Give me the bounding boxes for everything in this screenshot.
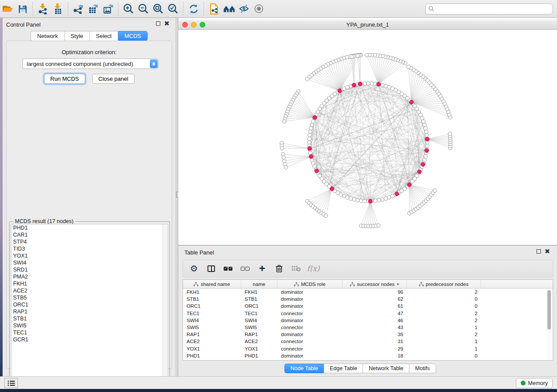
- import-table-button[interactable]: [50, 1, 65, 16]
- mcds-result-item[interactable]: PMA2: [11, 273, 168, 280]
- mcds-list-scrollbar[interactable]: [162, 224, 168, 381]
- export-network-button[interactable]: [71, 1, 86, 16]
- cell-successor-nodes: 96: [343, 289, 407, 296]
- table-scrollbar[interactable]: [547, 289, 552, 359]
- cell-predecessor-nodes: 2: [407, 317, 481, 324]
- tab-node-table[interactable]: Node Table: [284, 364, 324, 373]
- network-from-file-button[interactable]: [207, 1, 221, 16]
- table-row[interactable]: FKH1FKH1dominator962: [183, 289, 553, 296]
- float-panel-icon[interactable]: [156, 21, 160, 26]
- network-window-titlebar[interactable]: YPA_prune.txt_1: [178, 20, 557, 30]
- cell-successor-nodes: 35: [343, 331, 407, 338]
- close-table-panel-icon[interactable]: ✖: [544, 249, 550, 254]
- mcds-result-list[interactable]: PHD1CAR1STP4TID3YOX1SWI4SRD1PMA2FKH1ACE2…: [11, 224, 168, 381]
- mcds-result-item[interactable]: ACE2: [11, 287, 168, 294]
- mcds-result-item[interactable]: STB5: [11, 294, 168, 301]
- task-history-button[interactable]: [4, 378, 18, 388]
- tab-edge-table[interactable]: Edge Table: [324, 364, 363, 373]
- close-panel-icon[interactable]: ✖: [164, 21, 170, 26]
- column-header-predecessor-nodes[interactable]: predecessor nodes: [407, 280, 481, 288]
- network-view[interactable]: [178, 30, 557, 245]
- mcds-result-item[interactable]: FKH1: [11, 280, 168, 287]
- mcds-result-item[interactable]: STP4: [11, 238, 168, 245]
- select-all-button[interactable]: [222, 263, 234, 274]
- table-row[interactable]: ORC1ORC1dominator610: [183, 303, 553, 309]
- table-row[interactable]: YOX1YOX1connector291: [183, 345, 553, 352]
- tab-style[interactable]: Style: [64, 31, 90, 41]
- delete-columns-button[interactable]: [273, 263, 285, 274]
- export-table-button[interactable]: [86, 1, 100, 16]
- table-row[interactable]: RAP1RAP1dominator352: [183, 331, 553, 338]
- mcds-result-item[interactable]: ORC1: [11, 301, 168, 308]
- import-network-button[interactable]: [35, 1, 50, 16]
- table-row[interactable]: SWI4SWI4dominator462: [183, 317, 553, 324]
- mcds-result-title: MCDS result (17 nodes): [13, 218, 75, 224]
- tab-mcds[interactable]: MCDS: [118, 31, 148, 41]
- mcds-result-item[interactable]: SWI4: [11, 259, 168, 266]
- mcds-result-item[interactable]: RAP1: [11, 308, 168, 315]
- float-table-panel-icon[interactable]: [536, 249, 541, 254]
- table-row[interactable]: SWI5SWI5connector431: [183, 324, 553, 331]
- mcds-result-item[interactable]: SRD1: [11, 266, 168, 273]
- cell-successor-nodes: 61: [343, 303, 407, 309]
- cell-MCDS-role: connector: [277, 310, 343, 317]
- search-binoculars-button[interactable]: [221, 1, 236, 16]
- table-settings-button[interactable]: ⚙: [188, 263, 200, 274]
- zoom-out-button[interactable]: [136, 1, 151, 16]
- tab-network[interactable]: Network: [31, 31, 64, 41]
- mcds-result-item[interactable]: GCR1: [11, 336, 168, 343]
- add-column-button[interactable]: +: [256, 263, 268, 274]
- cell-MCDS-role: dominator: [277, 289, 343, 296]
- export-network-icon: [73, 3, 84, 14]
- tab-network-table[interactable]: Network Table: [363, 364, 409, 373]
- mcds-result-item[interactable]: STB1: [11, 315, 168, 322]
- table-row[interactable]: STB1STB1dominator620: [183, 296, 553, 303]
- open-file-button[interactable]: [0, 1, 15, 16]
- mcds-result-item[interactable]: CAR1: [11, 231, 168, 238]
- cell-name: ORC1: [241, 303, 277, 309]
- tab-select[interactable]: Select: [90, 31, 118, 41]
- table-panel-title: Table Panel: [184, 249, 214, 256]
- mcds-result-item[interactable]: PHD1: [11, 224, 168, 231]
- mcds-result-item[interactable]: YOX1: [11, 252, 168, 259]
- zoom-selected-button[interactable]: [166, 1, 180, 16]
- minimize-window-icon[interactable]: [191, 22, 197, 28]
- hide-selected-button[interactable]: [236, 1, 251, 16]
- memory-button[interactable]: Memory: [516, 378, 553, 388]
- run-mcds-button[interactable]: Run MCDS: [44, 74, 85, 84]
- deselect-all-button[interactable]: [239, 263, 251, 274]
- mcds-result-item[interactable]: TEC1: [11, 329, 168, 336]
- zoom-in-icon: [123, 3, 134, 14]
- scrollbar-thumb[interactable]: [547, 290, 551, 330]
- export-image-button[interactable]: [100, 1, 115, 16]
- toolbar-separator: [183, 2, 183, 15]
- column-header-shared-name[interactable]: shared name: [183, 280, 241, 288]
- delete-table-button[interactable]: [291, 263, 302, 274]
- column-header-successor-nodes[interactable]: successor nodes▾: [343, 280, 407, 288]
- toolbar-separator: [68, 2, 68, 15]
- mcds-result-item[interactable]: SWI5: [11, 322, 168, 329]
- search-input[interactable]: [425, 3, 553, 14]
- show-hidden-button[interactable]: [251, 1, 266, 16]
- unchecked-icon: [241, 267, 245, 271]
- column-header-name[interactable]: name: [241, 280, 277, 288]
- function-builder-button[interactable]: f(x): [308, 263, 319, 274]
- save-session-button[interactable]: [15, 1, 30, 16]
- tab-motifs[interactable]: Motifs: [409, 364, 436, 373]
- column-header-MCDS-role[interactable]: MCDS role: [277, 280, 343, 288]
- zoom-in-button[interactable]: [121, 1, 136, 16]
- mcds-result-item[interactable]: TID3: [11, 245, 168, 252]
- table-row[interactable]: TEC1TEC1connector472: [183, 310, 553, 317]
- refresh-layout-button[interactable]: [186, 1, 201, 16]
- zoom-fit-button[interactable]: [151, 1, 166, 16]
- criterion-value: largest connected component (undirected): [27, 61, 133, 67]
- criterion-dropdown[interactable]: largest connected component (undirected): [22, 58, 159, 69]
- maximize-window-icon[interactable]: [200, 22, 205, 28]
- close-window-icon[interactable]: [182, 22, 188, 28]
- table-row[interactable]: PHD1PHD1dominator180: [183, 352, 553, 359]
- network-file-icon: [209, 3, 220, 15]
- close-panel-button[interactable]: Close panel: [92, 74, 135, 84]
- column-layout-button[interactable]: [205, 263, 217, 274]
- cell-name: SWI4: [241, 317, 277, 324]
- table-row[interactable]: ACE2ACE2connector311: [183, 338, 553, 345]
